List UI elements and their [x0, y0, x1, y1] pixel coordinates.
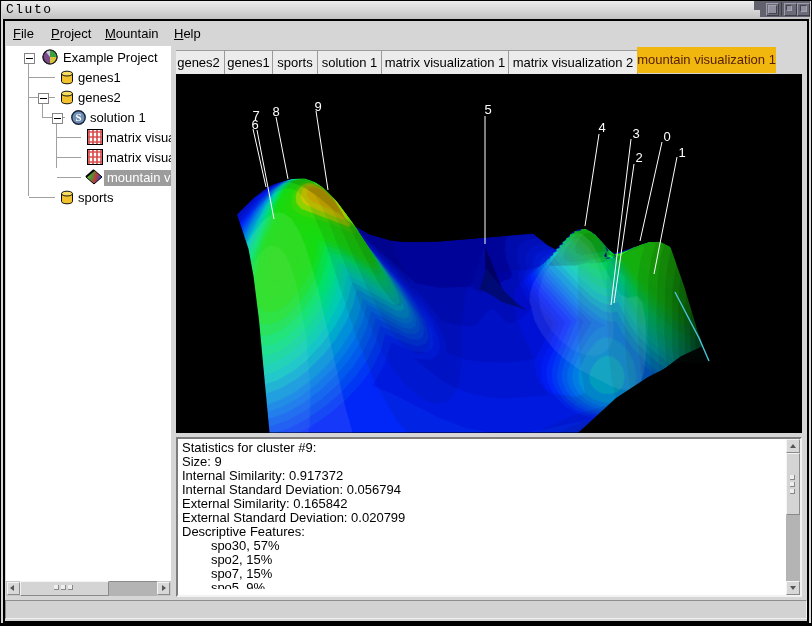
svg-text:2: 2: [635, 150, 642, 165]
svg-text:3: 3: [632, 126, 639, 141]
svg-text:1: 1: [678, 145, 685, 160]
svg-text:8: 8: [272, 104, 279, 119]
svg-text:4: 4: [598, 120, 605, 135]
svg-text:5: 5: [484, 102, 491, 117]
svg-text:S: S: [75, 111, 81, 123]
svg-text:6: 6: [251, 117, 258, 132]
svg-text:9: 9: [314, 99, 321, 114]
svg-text:0: 0: [663, 129, 670, 144]
